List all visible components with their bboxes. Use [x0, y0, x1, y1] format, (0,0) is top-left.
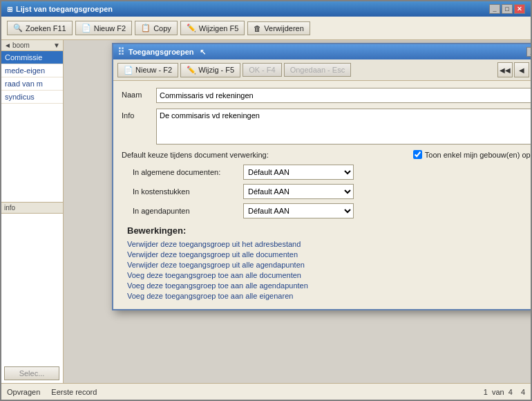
- status-right: 1 van 4 4: [484, 388, 525, 396]
- toon-checkbox-text: Toon enkel mijn gebouw(en) op website: [425, 151, 531, 159]
- inner-new-label: Nieuw - F2: [135, 66, 172, 74]
- inner-edit-button[interactable]: ✏️ Wijzig - F5: [180, 63, 240, 77]
- naam-label: Naam: [122, 88, 156, 99]
- new-icon: 📄: [82, 24, 91, 32]
- select-label: Selec...: [19, 369, 45, 377]
- left-panel: ◄ boom ▼ Commissie mede-eigen raad van m…: [1, 40, 64, 383]
- select-btn-area: Selec...: [1, 364, 63, 383]
- dropdown-row-3: In agendapunten Défault AAN Défault UIT …: [122, 203, 531, 218]
- boom-dropdown-icon[interactable]: ▼: [53, 41, 60, 49]
- dropdown-row-1: In algemene documenten: Défault AAN Défa…: [122, 165, 531, 180]
- edit-icon: ✏️: [187, 24, 196, 32]
- inner-minimize-button[interactable]: _: [526, 47, 531, 57]
- nav-first-button[interactable]: ◀◀: [497, 62, 513, 77]
- copy-icon: 📋: [141, 24, 151, 32]
- default-section: Default keuze tijdens document verwerkin…: [122, 150, 531, 218]
- search-label: Zoeken F11: [26, 24, 66, 32]
- inner-new-button[interactable]: 📄 Nieuw - F2: [117, 63, 178, 77]
- left-list: Commissie mede-eigen raad van m syndicus: [1, 51, 63, 202]
- dropdown-select-3[interactable]: Défault AAN Défault UIT Altijd AAN Altij…: [243, 203, 354, 218]
- inner-window-controls: _ □ ✕: [526, 47, 531, 57]
- dropdown-select-2[interactable]: Défault AAN Défault UIT Altijd AAN Altij…: [243, 184, 354, 199]
- toon-checkbox[interactable]: [413, 150, 422, 159]
- inner-titlebar: ⠿ Toegangsgroepen ↖ _ □ ✕: [113, 44, 531, 59]
- new-label: Nieuw F2: [94, 24, 126, 32]
- outer-window: ⊞ Lijst van toegangsgroepen _ □ ✕ 🔍 Zoek…: [0, 0, 532, 401]
- link-voeg-eigenaren[interactable]: Voeg deze toegangsgroep toe aan alle eig…: [127, 292, 531, 300]
- dropdown-row-2: In kostenstukken Défault AAN Défault UIT…: [122, 184, 531, 199]
- new-button[interactable]: 📄 Nieuw F2: [75, 21, 132, 35]
- info-textarea[interactable]: [156, 109, 531, 144]
- inner-new-icon: 📄: [124, 66, 133, 75]
- inner-title-dots: ⠿: [117, 46, 124, 57]
- link-verwijder-agendapunten[interactable]: Verwijder deze toegangsgroep uit alle ag…: [127, 261, 531, 269]
- outer-window-controls: _ □ ✕: [489, 4, 525, 14]
- link-verwijder-adresbestand[interactable]: Verwijder deze toegangsgroep uit het adr…: [127, 240, 531, 248]
- info-label: info: [4, 204, 15, 212]
- dropdown-select-1[interactable]: Défault AAN Défault UIT Altijd AAN Altij…: [243, 165, 354, 180]
- dropdown-label-3: In agendapunten: [133, 207, 243, 215]
- inner-window-title: Toegangsgroepen: [129, 48, 194, 56]
- default-header-row: Default keuze tijdens document verwerkin…: [122, 150, 531, 159]
- maximize-button[interactable]: □: [502, 4, 513, 14]
- status-mode: Opvragen: [7, 388, 40, 396]
- copy-button[interactable]: 📋 Copy: [135, 21, 178, 35]
- edit-label: Wijzigen F5: [199, 24, 238, 32]
- right-panel: ⠿ Toegangsgroepen ↖ _ □ ✕ 📄 Nieuw - F2: [64, 40, 531, 383]
- inner-ok-button[interactable]: OK - F4: [243, 63, 282, 77]
- bewerkingen-section: Bewerkingen: Verwijder deze toegangsgroe…: [122, 225, 531, 300]
- cursor-indicator: ↖: [200, 48, 206, 57]
- naam-row: Naam: [122, 88, 531, 103]
- left-panel-boom-header: ◄ boom ▼: [1, 40, 63, 51]
- main-area: ◄ boom ▼ Commissie mede-eigen raad van m…: [1, 40, 531, 383]
- search-button[interactable]: 🔍 Zoeken F11: [7, 21, 73, 35]
- delete-label: Verwijderen: [264, 24, 303, 32]
- close-button[interactable]: ✕: [514, 4, 525, 14]
- status-count: 4: [521, 388, 525, 396]
- delete-icon: 🗑: [254, 24, 261, 32]
- select-button[interactable]: Selec...: [4, 366, 59, 380]
- info-row: Info: [122, 109, 531, 144]
- inner-cancel-label: Ongedaan - Esc: [290, 66, 345, 74]
- form-content: Naam Info Default keuze tijdens document…: [113, 81, 531, 309]
- list-item-raad-van-m[interactable]: raad van m: [1, 77, 63, 91]
- dropdown-label-2: In kostenstukken: [133, 187, 243, 196]
- nav-prev-button[interactable]: ◀: [514, 62, 529, 77]
- status-bar: Opvragen Eerste record 1 van 4 4: [1, 383, 531, 400]
- list-item-syndicus[interactable]: syndicus: [1, 91, 63, 104]
- status-record: Eerste record: [51, 388, 97, 396]
- inner-cancel-button[interactable]: Ongedaan - Esc: [284, 63, 352, 77]
- inner-edit-icon: ✏️: [187, 66, 196, 75]
- list-item-mede-eigen[interactable]: mede-eigen: [1, 64, 63, 77]
- boom-label: boom: [12, 41, 30, 49]
- search-icon: 🔍: [13, 24, 23, 32]
- default-header-text: Default keuze tijdens document verwerkin…: [122, 151, 269, 159]
- collapse-icon[interactable]: ◄: [4, 41, 11, 49]
- edit-button[interactable]: ✏️ Wijzigen F5: [180, 21, 245, 35]
- toon-checkbox-label[interactable]: Toon enkel mijn gebouw(en) op website: [413, 150, 531, 159]
- outer-window-title: Lijst van toegangsgroepen: [16, 5, 113, 13]
- nav-buttons: ◀◀ ◀ ▶ ▶▶: [497, 62, 531, 77]
- inner-window: ⠿ Toegangsgroepen ↖ _ □ ✕ 📄 Nieuw - F2: [112, 43, 531, 310]
- minimize-button[interactable]: _: [489, 4, 500, 14]
- delete-button[interactable]: 🗑 Verwijderen: [247, 21, 310, 35]
- dropdown-label-1: In algemene documenten:: [133, 168, 243, 176]
- outer-toolbar: 🔍 Zoeken F11 📄 Nieuw F2 📋 Copy ✏️ Wijzig…: [1, 17, 531, 40]
- naam-input[interactable]: [156, 88, 531, 103]
- left-panel-info-header: info: [1, 203, 63, 214]
- link-voeg-agendapunten[interactable]: Voeg deze toegangsgroep toe aan alle age…: [127, 281, 531, 290]
- bewerkingen-title: Bewerkingen:: [127, 225, 531, 236]
- inner-toolbar: 📄 Nieuw - F2 ✏️ Wijzig - F5 OK - F4 Onge…: [113, 59, 531, 81]
- inner-edit-label: Wijzig - F5: [198, 66, 234, 74]
- outer-title-icon: ⊞: [7, 6, 12, 13]
- status-position: 1 van 4: [484, 388, 513, 396]
- outer-titlebar: ⊞ Lijst van toegangsgroepen _ □ ✕: [1, 1, 531, 17]
- copy-label: Copy: [153, 24, 171, 32]
- link-voeg-documenten[interactable]: Voeg deze toegangsgroep toe aan alle doc…: [127, 271, 531, 279]
- link-verwijder-documenten[interactable]: Verwijder deze toegangsgroep uit alle do…: [127, 250, 531, 259]
- list-item-commissie[interactable]: Commissie: [1, 51, 63, 64]
- info-label: Info: [122, 109, 156, 120]
- inner-ok-label: OK - F4: [249, 66, 276, 74]
